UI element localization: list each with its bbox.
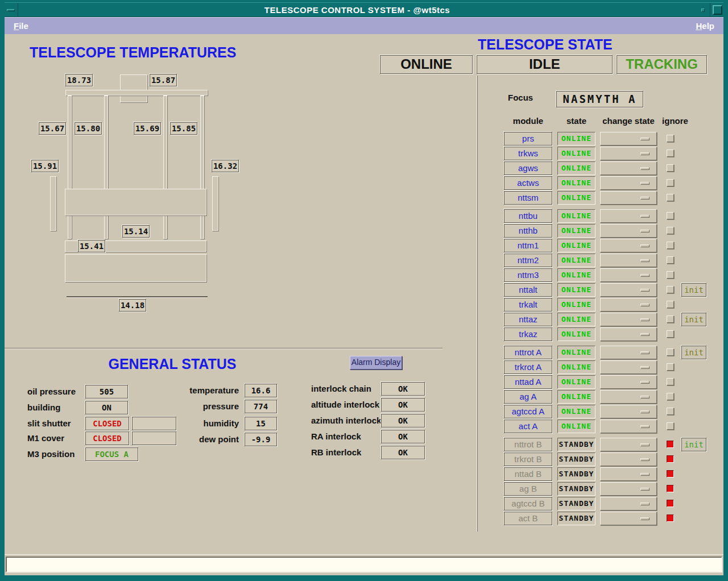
module-row: agtccd B STANDBY [5, 497, 723, 511]
module-row: nttad B STANDBY [5, 467, 723, 481]
status-row: RB interlock OK [5, 446, 723, 459]
module-button[interactable]: nttsm [504, 191, 552, 205]
change-state-dropdown[interactable] [600, 147, 657, 160]
module-button[interactable]: nttm3 [504, 268, 552, 282]
help-menu[interactable]: Help [690, 18, 720, 35]
file-menu[interactable]: File [8, 18, 34, 35]
change-state-dropdown[interactable] [600, 254, 657, 267]
module-button[interactable]: nttad B [504, 467, 552, 481]
ignore-checkbox[interactable] [667, 485, 674, 492]
change-state-dropdown[interactable] [600, 132, 657, 146]
module-button[interactable]: trkws [504, 147, 552, 160]
ignore-checkbox[interactable] [667, 179, 674, 186]
ignore-checkbox[interactable] [667, 363, 674, 371]
module-row: nttaz ONLINE init [5, 313, 723, 326]
menubar: File Help [5, 17, 723, 34]
alarm-display-button[interactable]: Alarm Display [350, 356, 402, 370]
module-button[interactable]: act B [504, 512, 552, 525]
init-button[interactable]: init [681, 346, 706, 359]
module-button[interactable]: agws [504, 161, 552, 175]
dropdown-dash-icon [640, 503, 650, 505]
module-button[interactable]: nttaz [504, 313, 552, 326]
module-button[interactable]: prs [504, 132, 552, 146]
column-header-change-state: change state [596, 116, 661, 126]
change-state-dropdown[interactable] [600, 327, 657, 341]
ignore-checkbox[interactable] [667, 256, 674, 264]
ignore-checkbox[interactable] [667, 330, 674, 338]
iconify-button[interactable] [696, 3, 710, 16]
change-state-dropdown[interactable] [600, 313, 657, 326]
maximize-button[interactable] [710, 3, 723, 16]
module-button[interactable]: ag B [504, 482, 552, 496]
change-state-dropdown[interactable] [600, 209, 657, 223]
ignore-checkbox[interactable] [667, 227, 674, 234]
module-row: nttm1 ONLINE [5, 239, 723, 252]
module-row: ntthb ONLINE [5, 224, 723, 238]
change-state-dropdown[interactable] [600, 298, 657, 312]
change-state-dropdown[interactable] [600, 239, 657, 252]
module-state: ONLINE [557, 209, 595, 223]
ignore-checkbox[interactable] [667, 271, 674, 279]
init-button[interactable]: init [681, 313, 706, 326]
vertical-separator [477, 76, 478, 532]
module-state: STANDBY [557, 512, 595, 525]
state-idle-button[interactable]: IDLE [477, 55, 613, 74]
state-online-button[interactable]: ONLINE [380, 55, 473, 74]
module-button[interactable]: nttbu [504, 209, 552, 223]
ignore-checkbox[interactable] [667, 470, 674, 478]
ignore-checkbox[interactable] [667, 194, 674, 201]
dropdown-dash-icon [640, 152, 650, 155]
telescope-state-title: TELESCOPE STATE [478, 36, 610, 53]
module-state: ONLINE [557, 313, 595, 326]
module-button[interactable]: trkrot A [504, 360, 552, 374]
module-state: ONLINE [557, 239, 595, 252]
change-state-dropdown[interactable] [600, 224, 657, 238]
ignore-checkbox[interactable] [667, 212, 674, 219]
status-value: OK [381, 382, 425, 396]
ignore-checkbox[interactable] [667, 301, 674, 308]
window-menu-button[interactable] [5, 3, 18, 16]
change-state-dropdown[interactable] [600, 467, 657, 481]
change-state-dropdown[interactable] [600, 161, 657, 175]
ignore-checkbox[interactable] [667, 286, 674, 293]
dropdown-dash-icon [640, 488, 650, 491]
ignore-checkbox[interactable] [667, 514, 674, 522]
module-button[interactable]: nttrot A [504, 346, 552, 359]
module-button[interactable]: trkalt [504, 298, 552, 312]
ignore-checkbox[interactable] [667, 242, 674, 249]
temperatures-title: TELESCOPE TEMPERATURES [30, 44, 236, 61]
ignore-checkbox[interactable] [667, 150, 674, 157]
status-value: OK [381, 398, 425, 412]
ignore-checkbox[interactable] [667, 348, 674, 356]
change-state-dropdown[interactable] [600, 283, 657, 297]
module-button[interactable]: nttm1 [504, 239, 552, 252]
module-state: ONLINE [557, 360, 595, 374]
module-button[interactable]: nttm2 [504, 254, 552, 267]
window-menu-icon [7, 9, 15, 11]
message-field[interactable] [6, 557, 722, 572]
window-title: TELESCOPE CONTROL SYSTEM - @wt5tcs [18, 3, 696, 16]
change-state-dropdown[interactable] [600, 497, 657, 511]
change-state-dropdown[interactable] [600, 176, 657, 190]
module-button[interactable]: actws [504, 176, 552, 190]
change-state-dropdown[interactable] [600, 268, 657, 282]
module-button[interactable]: agtccd B [504, 497, 552, 511]
status-row: azimuth interlock OK [5, 414, 723, 428]
module-button[interactable]: nttalt [504, 283, 552, 297]
change-state-dropdown[interactable] [600, 191, 657, 205]
ignore-checkbox[interactable] [667, 135, 674, 142]
change-state-dropdown[interactable] [600, 512, 657, 525]
module-button[interactable]: ntthb [504, 224, 552, 238]
diagram-top-box [120, 74, 147, 102]
change-state-dropdown[interactable] [600, 360, 657, 374]
change-state-dropdown[interactable] [600, 346, 657, 359]
status-row: interlock chain OK [5, 382, 723, 396]
ignore-checkbox[interactable] [667, 316, 674, 323]
change-state-dropdown[interactable] [600, 482, 657, 496]
state-tracking-button[interactable]: TRACKING [617, 55, 707, 74]
ignore-checkbox[interactable] [667, 500, 674, 507]
status-row: altitude interlock OK [5, 398, 723, 412]
init-button[interactable]: init [681, 283, 706, 297]
ignore-checkbox[interactable] [667, 164, 674, 172]
module-button[interactable]: trkaz [504, 327, 552, 341]
